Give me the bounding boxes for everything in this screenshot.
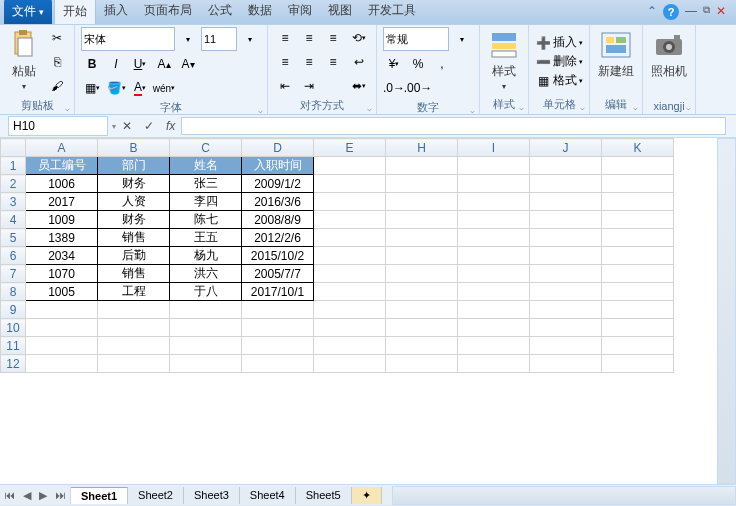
cell[interactable]: 2005/7/7 <box>242 265 314 283</box>
cell[interactable] <box>602 247 674 265</box>
cell[interactable]: 1389 <box>26 229 98 247</box>
cell[interactable] <box>98 355 170 373</box>
ribbon-tab[interactable]: 数据 <box>240 0 280 24</box>
cell[interactable] <box>530 337 602 355</box>
cell[interactable] <box>386 337 458 355</box>
cell[interactable] <box>314 355 386 373</box>
row-header[interactable]: 8 <box>1 283 26 301</box>
minimize-ribbon-icon[interactable]: ⌃ <box>647 4 657 20</box>
cell[interactable] <box>26 319 98 337</box>
cell[interactable]: 2008/8/9 <box>242 211 314 229</box>
cell[interactable] <box>602 193 674 211</box>
row-header[interactable]: 12 <box>1 355 26 373</box>
cell[interactable] <box>602 337 674 355</box>
wrap-icon[interactable]: ↩ <box>348 51 370 73</box>
minimize-window-icon[interactable]: — <box>685 4 697 20</box>
dec-decimal-icon[interactable]: .00→ <box>407 77 429 99</box>
cell[interactable]: 2017/10/1 <box>242 283 314 301</box>
cell[interactable]: 工程 <box>98 283 170 301</box>
cell[interactable] <box>530 193 602 211</box>
cell[interactable]: 财务 <box>98 175 170 193</box>
cell[interactable]: 张三 <box>170 175 242 193</box>
percent-icon[interactable]: % <box>407 53 429 75</box>
sheet-tab[interactable]: Sheet5 <box>296 487 352 504</box>
cell[interactable] <box>314 283 386 301</box>
cell[interactable]: 2017 <box>26 193 98 211</box>
cell[interactable] <box>314 247 386 265</box>
bold-button[interactable]: B <box>81 53 103 75</box>
border-icon[interactable]: ▦▾ <box>81 77 103 99</box>
cell[interactable] <box>386 157 458 175</box>
cell[interactable] <box>530 265 602 283</box>
cell[interactable] <box>314 301 386 319</box>
align-bottom-icon[interactable]: ≡ <box>322 27 344 49</box>
cell[interactable] <box>602 175 674 193</box>
align-center-icon[interactable]: ≡ <box>298 51 320 73</box>
row-header[interactable]: 3 <box>1 193 26 211</box>
cell[interactable] <box>530 211 602 229</box>
grow-font-icon[interactable]: A▴ <box>153 53 175 75</box>
cell[interactable]: 1070 <box>26 265 98 283</box>
column-header[interactable]: E <box>314 139 386 157</box>
fx-icon[interactable]: fx <box>160 119 181 133</box>
cell[interactable] <box>386 229 458 247</box>
cell[interactable]: 姓名 <box>170 157 242 175</box>
cell[interactable] <box>530 301 602 319</box>
row-header[interactable]: 5 <box>1 229 26 247</box>
ribbon-tab[interactable]: 页面布局 <box>136 0 200 24</box>
cell[interactable] <box>458 157 530 175</box>
cell[interactable] <box>98 301 170 319</box>
enter-formula-icon[interactable]: ✓ <box>138 117 160 135</box>
cell[interactable]: 2034 <box>26 247 98 265</box>
cell[interactable] <box>170 337 242 355</box>
cell[interactable] <box>530 229 602 247</box>
fill-color-icon[interactable]: 🪣▾ <box>105 77 127 99</box>
cell[interactable] <box>170 301 242 319</box>
cell[interactable] <box>170 355 242 373</box>
cell[interactable]: 部门 <box>98 157 170 175</box>
cell[interactable] <box>98 337 170 355</box>
insert-cells-button[interactable]: ➕插入▾ <box>535 34 583 51</box>
cell[interactable] <box>386 265 458 283</box>
currency-icon[interactable]: ¥▾ <box>383 53 405 75</box>
cell[interactable] <box>386 319 458 337</box>
cell[interactable] <box>602 157 674 175</box>
shrink-font-icon[interactable]: A▾ <box>177 53 199 75</box>
select-all[interactable] <box>1 139 26 157</box>
cell[interactable] <box>314 193 386 211</box>
grid[interactable]: ABCDEHIJK 1员工编号部门姓名入职时间21006财务张三2009/1/2… <box>0 138 674 373</box>
vertical-scrollbar[interactable] <box>717 138 736 484</box>
font-size[interactable] <box>201 27 237 51</box>
horizontal-scrollbar[interactable] <box>392 486 736 505</box>
cell[interactable]: 李四 <box>170 193 242 211</box>
cell[interactable] <box>242 301 314 319</box>
cell[interactable] <box>530 355 602 373</box>
styles-button[interactable]: 样式▾ <box>486 27 522 93</box>
row-header[interactable]: 1 <box>1 157 26 175</box>
cell[interactable]: 王五 <box>170 229 242 247</box>
cell[interactable] <box>458 265 530 283</box>
cell[interactable] <box>602 283 674 301</box>
ribbon-tab[interactable]: 开发工具 <box>360 0 424 24</box>
cell[interactable] <box>602 301 674 319</box>
cell[interactable] <box>26 355 98 373</box>
cell[interactable]: 入职时间 <box>242 157 314 175</box>
cell[interactable] <box>458 355 530 373</box>
row-header[interactable]: 10 <box>1 319 26 337</box>
column-header[interactable]: A <box>26 139 98 157</box>
cell[interactable] <box>602 265 674 283</box>
ribbon-tab[interactable]: 插入 <box>96 0 136 24</box>
ribbon-tab[interactable]: 开始 <box>54 0 96 24</box>
align-left-icon[interactable]: ≡ <box>274 51 296 73</box>
column-header[interactable]: H <box>386 139 458 157</box>
cell[interactable] <box>386 283 458 301</box>
copy-icon[interactable]: ⎘ <box>46 51 68 73</box>
cell[interactable] <box>458 283 530 301</box>
cell[interactable] <box>602 229 674 247</box>
cell[interactable] <box>314 157 386 175</box>
cell[interactable] <box>458 247 530 265</box>
cell[interactable] <box>314 319 386 337</box>
indent-dec-icon[interactable]: ⇤ <box>274 75 296 97</box>
cell[interactable] <box>314 265 386 283</box>
cell[interactable] <box>170 319 242 337</box>
